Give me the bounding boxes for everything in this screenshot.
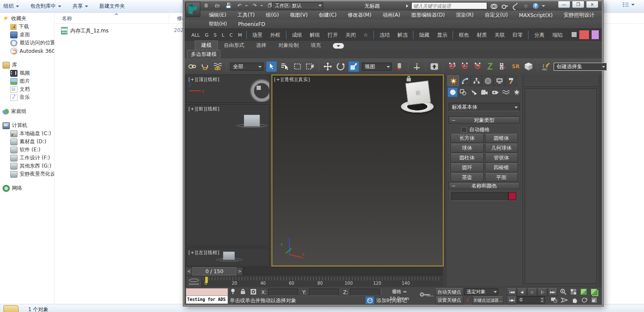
x-coordinate-field[interactable]: [268, 289, 298, 296]
ribbon-tab-建模[interactable]: 建模: [195, 40, 218, 50]
save-icon[interactable]: 💾: [225, 2, 232, 9]
quick-button[interactable]: G: [202, 32, 211, 38]
sidebar-item[interactable]: 桌面: [0, 31, 54, 39]
menu-item[interactable]: 图形编辑器(D): [406, 12, 451, 19]
viewport-front-label[interactable]: [+][前][线框]: [188, 106, 219, 112]
viewport-layout-icon[interactable]: [569, 288, 578, 295]
viewport-left[interactable]: [+][左][线框]: [186, 248, 270, 266]
help-dropdown-icon[interactable]: [542, 5, 545, 7]
toolbar-item[interactable]: 新建文件夹: [99, 3, 125, 10]
sidebar-item[interactable]: 图片: [0, 77, 54, 85]
search-expand-icon[interactable]: [406, 4, 408, 8]
keyboard-shortcut-override-icon[interactable]: [429, 61, 439, 72]
primitive-button[interactable]: 管状体: [485, 153, 518, 162]
shapes-icon[interactable]: [458, 87, 468, 97]
frame-spinner[interactable]: [540, 297, 544, 303]
menu-item[interactable]: 动画(A): [377, 12, 406, 19]
go-to-end-button[interactable]: ▶▶|: [548, 288, 557, 296]
search-input[interactable]: [411, 2, 487, 9]
space-warps-icon[interactable]: [501, 87, 511, 97]
select-and-move-icon[interactable]: [323, 61, 333, 72]
isolate-cube-icon[interactable]: [523, 61, 534, 72]
systems-icon[interactable]: [511, 87, 522, 97]
next-frame-button[interactable]: >: [237, 267, 243, 275]
primitive-button[interactable]: 圆锥体: [485, 134, 518, 143]
quick-button[interactable]: 解冻: [393, 32, 411, 39]
quick-button[interactable]: 打开: [324, 32, 342, 39]
sidebar-item[interactable]: 家庭组: [0, 107, 54, 116]
help-icon[interactable]: ?: [533, 3, 539, 9]
helpers-icon[interactable]: [490, 87, 500, 97]
rollout-name-color[interactable]: − 名称和颜色: [449, 182, 520, 189]
sidebar-item[interactable]: 计算机: [0, 121, 54, 130]
sidebar-item[interactable]: 本地磁盘 (C:): [0, 130, 54, 138]
undo-icon[interactable]: ↶: [236, 2, 243, 9]
snap-squiggle-icon[interactable]: [485, 61, 495, 72]
swatch-red[interactable]: [579, 30, 589, 40]
quick-button[interactable]: 归零: [508, 32, 526, 39]
time-configuration-icon[interactable]: [549, 296, 558, 303]
geometry-icon[interactable]: [448, 87, 458, 97]
sidebar-item[interactable]: 库: [0, 61, 54, 69]
tab-modify-icon[interactable]: [459, 75, 471, 86]
communication-center-icon[interactable]: [511, 3, 519, 9]
angle-snap-icon[interactable]: ∠: [459, 61, 470, 72]
ribbon-tab-填充[interactable]: 填充: [305, 41, 327, 50]
close-button[interactable]: ×: [586, 1, 598, 8]
sidebar-item[interactable]: 最近访问的位置: [0, 39, 54, 47]
swatch-gray[interactable]: [571, 32, 577, 38]
select-by-name-icon[interactable]: [280, 61, 290, 72]
quick-button[interactable]: ALL: [189, 32, 202, 38]
set-key-button[interactable]: 设置关键点: [435, 296, 463, 304]
menu-item[interactable]: 帮助(H): [203, 20, 232, 28]
quick-button[interactable]: C: [227, 32, 235, 38]
key-mode-toggle-button[interactable]: |◀▶|: [507, 296, 517, 304]
lights-icon[interactable]: [469, 87, 479, 97]
selection-set-dropdown[interactable]: 选定对象: [464, 288, 498, 295]
quick-button[interactable]: 显示: [433, 32, 451, 39]
viewport-front[interactable]: [+][前][线框]: [186, 104, 270, 246]
track-bar-ruler[interactable]: 020406080100120140: [202, 276, 443, 286]
autogrid-checkbox[interactable]: 自动栅格: [461, 126, 490, 133]
viewport-top-label[interactable]: [+][顶][线框]: [188, 76, 219, 83]
menu-item[interactable]: MAXScript(X): [513, 12, 558, 18]
sidebar-item[interactable]: 音乐: [0, 93, 54, 101]
quick-button[interactable]: 隐藏: [415, 32, 433, 39]
menu-item[interactable]: PhoenixFD: [232, 21, 271, 27]
menu-item[interactable]: 修改器(M): [342, 12, 377, 19]
viewport-top[interactable]: [+][顶][线框] XZ: [186, 75, 270, 103]
quick-button[interactable]: 关联: [491, 32, 508, 39]
ribbon-tab-自由形式[interactable]: 自由形式: [218, 41, 250, 50]
search-icon[interactable]: [490, 3, 498, 9]
select-and-scale-icon[interactable]: [348, 61, 359, 72]
sr-toggle[interactable]: SR: [511, 61, 521, 72]
maximize-button[interactable]: ❐: [572, 1, 584, 8]
toolbar-item[interactable]: 包含到库中: [30, 3, 61, 10]
primitive-button[interactable]: 球体: [451, 144, 484, 153]
reference-coordinate-dropdown[interactable]: 视图: [362, 63, 392, 71]
unlink-selection-icon[interactable]: [200, 61, 210, 72]
edit-named-selection-sets-icon[interactable]: { }ABC: [541, 61, 551, 72]
current-frame-field[interactable]: 0: [517, 296, 545, 303]
max-application-menu-button[interactable]: [185, 2, 200, 17]
rectangular-selection-region-icon[interactable]: [292, 61, 303, 72]
redo-icon[interactable]: ↷: [251, 2, 259, 9]
bind-to-space-warp-icon[interactable]: [213, 61, 223, 72]
viewport-perspective[interactable]: [+][透视][真实] 前 Z X Y: [271, 75, 444, 266]
scene-objects[interactable]: 前: [396, 81, 442, 119]
quick-button[interactable]: 解组: [306, 32, 324, 39]
percent-snap-icon[interactable]: %: [472, 61, 482, 72]
ribbon-tab-对象绘制[interactable]: 对象绘制: [272, 41, 305, 50]
favorites-star-icon[interactable]: ☆: [522, 3, 530, 9]
maxscript-mini-listener-white[interactable]: Testing for ADS: [186, 295, 228, 304]
selection-lock-icon[interactable]: [239, 288, 247, 295]
quick-button[interactable]: 材质: [473, 32, 491, 39]
big-key-icon[interactable]: [420, 291, 431, 299]
sidebar-item[interactable]: 素材盘 (D:): [0, 138, 54, 146]
maximize-viewport-toggle-icon[interactable]: [589, 296, 598, 303]
menu-item[interactable]: 自定义(U): [479, 12, 513, 19]
quick-button[interactable]: 关闭: [342, 32, 360, 39]
key-filters-button[interactable]: 关键点过滤器...: [473, 296, 503, 304]
quick-button[interactable]: L: [219, 32, 227, 38]
sidebar-item[interactable]: 软件 (E:): [0, 146, 54, 154]
